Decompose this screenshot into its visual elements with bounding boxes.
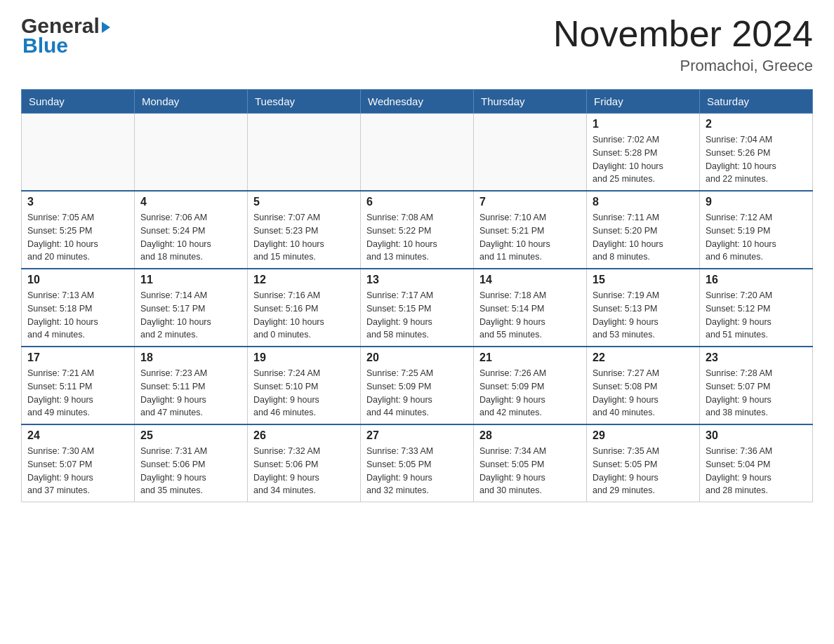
day-info: Sunrise: 7:17 AM Sunset: 5:15 PM Dayligh…	[366, 289, 468, 342]
header-monday: Monday	[135, 90, 248, 114]
calendar-day-cell: 24Sunrise: 7:30 AM Sunset: 5:07 PM Dayli…	[22, 424, 135, 502]
day-info: Sunrise: 7:26 AM Sunset: 5:09 PM Dayligh…	[479, 367, 581, 420]
day-info: Sunrise: 7:14 AM Sunset: 5:17 PM Dayligh…	[140, 289, 241, 342]
day-number: 12	[253, 274, 355, 286]
day-info: Sunrise: 7:19 AM Sunset: 5:13 PM Dayligh…	[593, 289, 694, 342]
day-info: Sunrise: 7:35 AM Sunset: 5:05 PM Dayligh…	[593, 445, 694, 497]
day-number: 19	[253, 351, 355, 364]
calendar-day-cell: 12Sunrise: 7:16 AM Sunset: 5:16 PM Dayli…	[248, 269, 361, 347]
calendar-day-cell: 22Sunrise: 7:27 AM Sunset: 5:08 PM Dayli…	[587, 347, 700, 424]
calendar-day-cell: 19Sunrise: 7:24 AM Sunset: 5:10 PM Dayli…	[248, 347, 361, 424]
calendar-day-cell: 28Sunrise: 7:34 AM Sunset: 5:05 PM Dayli…	[474, 424, 587, 502]
calendar-day-cell: 21Sunrise: 7:26 AM Sunset: 5:09 PM Dayli…	[474, 347, 587, 424]
day-number: 4	[140, 196, 241, 208]
calendar-header-row: Sunday Monday Tuesday Wednesday Thursday…	[22, 90, 813, 114]
calendar-week-row: 10Sunrise: 7:13 AM Sunset: 5:18 PM Dayli…	[22, 269, 813, 347]
calendar-week-row: 24Sunrise: 7:30 AM Sunset: 5:07 PM Dayli…	[22, 424, 813, 502]
calendar-day-cell: 2Sunrise: 7:04 AM Sunset: 5:26 PM Daylig…	[700, 114, 813, 192]
day-number: 3	[27, 196, 128, 208]
calendar-day-cell: 26Sunrise: 7:32 AM Sunset: 5:06 PM Dayli…	[248, 424, 361, 502]
day-info: Sunrise: 7:24 AM Sunset: 5:10 PM Dayligh…	[253, 367, 355, 420]
header-thursday: Thursday	[474, 90, 587, 114]
day-info: Sunrise: 7:28 AM Sunset: 5:07 PM Dayligh…	[706, 367, 807, 420]
page-subtitle: Promachoi, Greece	[553, 57, 813, 75]
day-info: Sunrise: 7:21 AM Sunset: 5:11 PM Dayligh…	[27, 367, 128, 420]
day-number: 5	[253, 196, 355, 208]
calendar-day-cell: 14Sunrise: 7:18 AM Sunset: 5:14 PM Dayli…	[474, 269, 587, 347]
calendar-table: Sunday Monday Tuesday Wednesday Thursday…	[21, 89, 813, 502]
calendar-day-cell	[248, 114, 361, 192]
day-info: Sunrise: 7:18 AM Sunset: 5:14 PM Dayligh…	[479, 289, 581, 342]
day-info: Sunrise: 7:04 AM Sunset: 5:26 PM Dayligh…	[706, 133, 807, 186]
day-info: Sunrise: 7:06 AM Sunset: 5:24 PM Dayligh…	[140, 211, 241, 264]
calendar-day-cell: 16Sunrise: 7:20 AM Sunset: 5:12 PM Dayli…	[700, 269, 813, 347]
day-number: 8	[593, 196, 694, 208]
calendar-day-cell	[135, 114, 248, 192]
header-friday: Friday	[587, 90, 700, 114]
day-number: 17	[27, 351, 128, 364]
calendar-day-cell	[361, 114, 474, 192]
calendar-day-cell: 20Sunrise: 7:25 AM Sunset: 5:09 PM Dayli…	[361, 347, 474, 424]
logo-triangle-icon	[102, 22, 110, 33]
day-number: 16	[706, 274, 807, 286]
calendar-day-cell: 1Sunrise: 7:02 AM Sunset: 5:28 PM Daylig…	[587, 114, 700, 192]
day-number: 26	[253, 429, 355, 442]
calendar-day-cell: 9Sunrise: 7:12 AM Sunset: 5:19 PM Daylig…	[700, 191, 813, 269]
header-wednesday: Wednesday	[361, 90, 474, 114]
calendar-day-cell: 17Sunrise: 7:21 AM Sunset: 5:11 PM Dayli…	[22, 347, 135, 424]
logo: General Blue	[21, 14, 110, 58]
calendar-day-cell: 3Sunrise: 7:05 AM Sunset: 5:25 PM Daylig…	[22, 191, 135, 269]
day-number: 25	[140, 429, 241, 442]
day-info: Sunrise: 7:32 AM Sunset: 5:06 PM Dayligh…	[253, 445, 355, 497]
day-number: 6	[366, 196, 468, 208]
calendar-day-cell: 11Sunrise: 7:14 AM Sunset: 5:17 PM Dayli…	[135, 269, 248, 347]
calendar-week-row: 1Sunrise: 7:02 AM Sunset: 5:28 PM Daylig…	[22, 114, 813, 192]
day-number: 2	[706, 118, 807, 130]
day-number: 15	[593, 274, 694, 286]
header-sunday: Sunday	[22, 90, 135, 114]
day-number: 7	[479, 196, 581, 208]
day-info: Sunrise: 7:10 AM Sunset: 5:21 PM Dayligh…	[479, 211, 581, 264]
day-number: 29	[593, 429, 694, 442]
day-info: Sunrise: 7:02 AM Sunset: 5:28 PM Dayligh…	[593, 133, 694, 186]
calendar-day-cell	[22, 114, 135, 192]
calendar-day-cell: 6Sunrise: 7:08 AM Sunset: 5:22 PM Daylig…	[361, 191, 474, 269]
calendar-day-cell: 8Sunrise: 7:11 AM Sunset: 5:20 PM Daylig…	[587, 191, 700, 269]
calendar-day-cell: 4Sunrise: 7:06 AM Sunset: 5:24 PM Daylig…	[135, 191, 248, 269]
day-number: 23	[706, 351, 807, 364]
day-number: 18	[140, 351, 241, 364]
header-tuesday: Tuesday	[248, 90, 361, 114]
day-number: 21	[479, 351, 581, 364]
day-info: Sunrise: 7:11 AM Sunset: 5:20 PM Dayligh…	[593, 211, 694, 264]
day-info: Sunrise: 7:36 AM Sunset: 5:04 PM Dayligh…	[706, 445, 807, 497]
day-number: 27	[366, 429, 468, 442]
day-info: Sunrise: 7:31 AM Sunset: 5:06 PM Dayligh…	[140, 445, 241, 497]
page-header: General Blue November 2024 Promachoi, Gr…	[21, 14, 813, 75]
calendar-day-cell: 29Sunrise: 7:35 AM Sunset: 5:05 PM Dayli…	[587, 424, 700, 502]
calendar-day-cell: 27Sunrise: 7:33 AM Sunset: 5:05 PM Dayli…	[361, 424, 474, 502]
day-info: Sunrise: 7:34 AM Sunset: 5:05 PM Dayligh…	[479, 445, 581, 497]
day-info: Sunrise: 7:23 AM Sunset: 5:11 PM Dayligh…	[140, 367, 241, 420]
day-info: Sunrise: 7:05 AM Sunset: 5:25 PM Dayligh…	[27, 211, 128, 264]
calendar-day-cell: 13Sunrise: 7:17 AM Sunset: 5:15 PM Dayli…	[361, 269, 474, 347]
day-info: Sunrise: 7:27 AM Sunset: 5:08 PM Dayligh…	[593, 367, 694, 420]
day-info: Sunrise: 7:25 AM Sunset: 5:09 PM Dayligh…	[366, 367, 468, 420]
calendar-day-cell: 23Sunrise: 7:28 AM Sunset: 5:07 PM Dayli…	[700, 347, 813, 424]
calendar-day-cell: 18Sunrise: 7:23 AM Sunset: 5:11 PM Dayli…	[135, 347, 248, 424]
day-number: 30	[706, 429, 807, 442]
day-info: Sunrise: 7:20 AM Sunset: 5:12 PM Dayligh…	[706, 289, 807, 342]
day-info: Sunrise: 7:12 AM Sunset: 5:19 PM Dayligh…	[706, 211, 807, 264]
day-info: Sunrise: 7:30 AM Sunset: 5:07 PM Dayligh…	[27, 445, 128, 497]
day-number: 11	[140, 274, 241, 286]
header-saturday: Saturday	[700, 90, 813, 114]
logo-blue-text: Blue	[22, 34, 68, 58]
page-title: November 2024	[553, 14, 813, 54]
calendar-week-row: 17Sunrise: 7:21 AM Sunset: 5:11 PM Dayli…	[22, 347, 813, 424]
day-number: 28	[479, 429, 581, 442]
calendar-day-cell: 15Sunrise: 7:19 AM Sunset: 5:13 PM Dayli…	[587, 269, 700, 347]
day-info: Sunrise: 7:13 AM Sunset: 5:18 PM Dayligh…	[27, 289, 128, 342]
day-number: 14	[479, 274, 581, 286]
title-area: November 2024 Promachoi, Greece	[553, 14, 813, 75]
calendar-day-cell: 25Sunrise: 7:31 AM Sunset: 5:06 PM Dayli…	[135, 424, 248, 502]
day-number: 20	[366, 351, 468, 364]
